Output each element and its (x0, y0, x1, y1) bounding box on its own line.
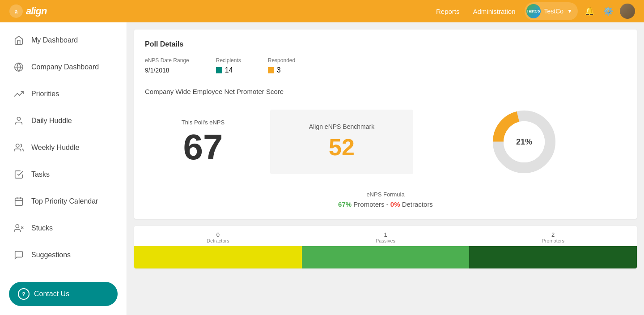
poll-date-range: eNPS Date Range 9/1/2018 (145, 57, 189, 74)
enps-title: Company Wide Employee Net Promoter Score (145, 88, 626, 95)
sidebar-label-stucks: Stucks (31, 224, 53, 232)
contact-us-label: Contact Us (34, 290, 69, 298)
recipients-value-row: 14 (216, 66, 241, 74)
passives-text: Passives (302, 238, 470, 243)
sidebar-label-tasks: Tasks (31, 170, 50, 179)
bar-segment-passives (302, 246, 470, 268)
company-name: TestCo (544, 8, 564, 15)
logo-icon: a (9, 4, 23, 18)
nav-right: TestCo TestCo ▼ 🔔 ⚙️ (525, 2, 635, 20)
people-icon (13, 142, 24, 153)
enps-formula: eNPS Formula 67% Promoters - 0% Detracto… (145, 191, 626, 208)
sidebar-label-company-dashboard: Company Dashboard (31, 63, 99, 71)
nav-links: Reports Administration (436, 8, 516, 15)
bar-segment-promoters (469, 246, 637, 268)
sidebar-item-stucks[interactable]: Stucks (0, 215, 127, 242)
sidebar-label-daily-huddle: Daily Huddle (31, 117, 72, 125)
passives-count: 1 (302, 231, 470, 238)
chat-icon (13, 250, 24, 260)
company-selector[interactable]: TestCo TestCo ▼ (525, 2, 578, 20)
settings-icon[interactable]: ⚙️ (601, 4, 615, 18)
svg-point-4 (17, 117, 20, 120)
main-content: Poll Details eNPS Date Range 9/1/2018 Re… (127, 22, 644, 315)
poll-details-card: Poll Details eNPS Date Range 9/1/2018 Re… (134, 30, 637, 219)
person-icon (13, 115, 24, 126)
benchmark-label: Align eNPS Benchmark (288, 123, 395, 130)
home-icon (13, 35, 24, 46)
recipients-dot (216, 67, 222, 73)
enps-benchmark: Align eNPS Benchmark 52 (270, 110, 413, 174)
recipients-label: Recipients (216, 57, 241, 64)
enps-row: This Poll's eNPS 67 Align eNPS Benchmark… (145, 106, 626, 178)
sidebar-item-top-priority-calendar[interactable]: Top Priority Calendar (0, 188, 127, 215)
sidebar-item-daily-huddle[interactable]: Daily Huddle (0, 107, 127, 134)
sidebar-label-my-dashboard: My Dashboard (31, 36, 78, 44)
date-range-value: 9/1/2018 (145, 67, 169, 74)
promoters-text: Promoters (469, 238, 637, 243)
sidebar-nav: My Dashboard Company Dashboard (0, 22, 127, 275)
calendar-icon (13, 196, 24, 207)
sidebar-item-priorities[interactable]: Priorities (0, 81, 127, 107)
sidebar-label-priorities: Priorities (31, 90, 59, 98)
detractors-text: Detractors (134, 238, 302, 243)
promoters-label-item: 2 Promoters (469, 231, 637, 243)
poll-responded: Responded 3 (268, 57, 295, 74)
poll-enps-label: This Poll's eNPS (145, 119, 261, 126)
svg-point-10 (16, 225, 19, 228)
notifications-icon[interactable]: 🔔 (582, 4, 597, 18)
detractors-pct: 0% (390, 200, 400, 208)
main-layout: My Dashboard Company Dashboard (0, 22, 644, 315)
responded-number: 3 (277, 66, 281, 74)
enps-donut: 21% (422, 106, 626, 178)
detractors-count: 0 (134, 231, 302, 238)
administration-link[interactable]: Administration (473, 8, 515, 15)
formula-detractors-text: Detractors (402, 200, 433, 208)
donut-wrap: 21% (488, 106, 560, 178)
poll-meta: eNPS Date Range 9/1/2018 Recipients 14 R… (145, 57, 626, 74)
svg-text:a: a (15, 9, 18, 15)
enps-poll-score: This Poll's eNPS 67 (145, 119, 261, 165)
chevron-down-icon: ▼ (567, 8, 572, 14)
recipients-number: 14 (225, 66, 233, 74)
trending-up-icon (13, 89, 24, 99)
promoters-count: 2 (469, 231, 637, 238)
formula-value: 67% Promoters - 0% Detractors (145, 200, 626, 208)
svg-point-5 (16, 144, 19, 147)
sidebar-item-suggestions[interactable]: Suggestions (0, 242, 127, 268)
responded-label: Responded (268, 57, 295, 64)
sidebar-item-company-dashboard[interactable]: Company Dashboard (0, 54, 127, 81)
sidebar: My Dashboard Company Dashboard (0, 22, 127, 315)
globe-icon (13, 62, 24, 72)
bar-segment-detractors (134, 246, 302, 268)
detractors-label-item: 0 Detractors (134, 231, 302, 243)
sidebar-item-tasks[interactable]: Tasks (0, 161, 127, 188)
formula-label: eNPS Formula (145, 191, 626, 198)
poll-details-title: Poll Details (145, 40, 626, 48)
promoters-pct: 67% (338, 200, 352, 208)
company-avatar: TestCo (526, 4, 541, 18)
reports-link[interactable]: Reports (436, 8, 460, 15)
bar-labels: 0 Detractors 1 Passives 2 Promoters (134, 226, 637, 246)
sidebar-item-my-dashboard[interactable]: My Dashboard (0, 27, 127, 54)
contact-us-button[interactable]: ? Contact Us (9, 282, 118, 306)
person-x-icon (13, 223, 24, 234)
check-square-icon (13, 169, 24, 180)
sidebar-label-top-priority-calendar: Top Priority Calendar (31, 197, 98, 205)
responded-dot (268, 67, 274, 73)
responded-value-row: 3 (268, 66, 295, 74)
donut-label: 21% (516, 137, 532, 147)
poll-recipients: Recipients 14 (216, 57, 241, 74)
svg-rect-6 (15, 198, 23, 206)
sidebar-label-weekly-huddle: Weekly Huddle (31, 144, 79, 152)
logo-text: align (26, 5, 47, 17)
date-range-label: eNPS Date Range (145, 57, 189, 64)
benchmark-value: 52 (288, 134, 395, 161)
user-avatar[interactable] (620, 4, 635, 19)
top-nav: a align Reports Administration TestCo Te… (0, 0, 644, 22)
poll-enps-value: 67 (145, 129, 261, 165)
formula-promoters-text: Promoters - (353, 200, 390, 208)
passives-label-item: 1 Passives (302, 231, 470, 243)
bar-chart-card: 0 Detractors 1 Passives 2 Promoters (134, 226, 637, 268)
logo[interactable]: a align (9, 4, 47, 18)
sidebar-item-weekly-huddle[interactable]: Weekly Huddle (0, 134, 127, 161)
